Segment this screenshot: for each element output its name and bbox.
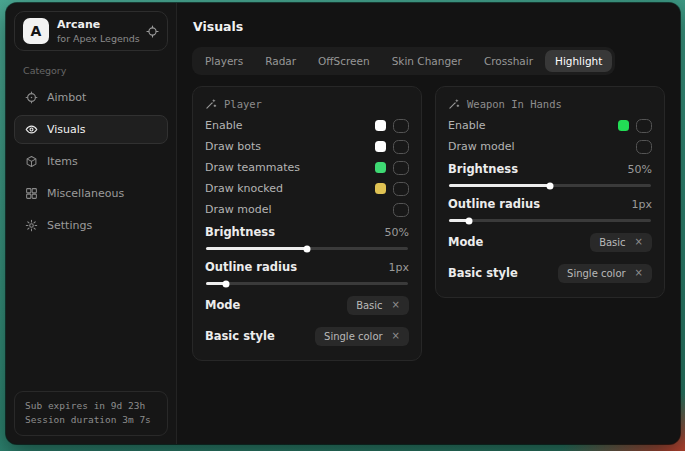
toggle-rows: Enable Draw model	[448, 115, 652, 157]
main-area: Visuals PlayersRadarOffScreenSkin Change…	[177, 3, 680, 444]
app-subtitle: for Apex Legends	[57, 33, 138, 44]
slider-track[interactable]	[449, 219, 651, 222]
color-swatch[interactable]	[375, 141, 386, 152]
toggle-rows: Enable Draw bots Draw teammates Draw kno…	[205, 115, 409, 220]
magic-wand-icon	[448, 98, 460, 110]
select-rows: Mode Basic × Basic style Single color ×	[205, 293, 409, 348]
toggle-label: Draw model	[205, 203, 271, 216]
app-logo: A	[23, 18, 49, 44]
gear-icon	[25, 219, 38, 232]
slider-group: Outline radius 1px	[448, 195, 652, 222]
toggle-row: Draw model	[205, 199, 409, 220]
sub-expiry-text: Sub expires in 9d 23h	[25, 399, 157, 414]
slider-value: 50%	[628, 163, 652, 176]
toggle-controls	[375, 161, 409, 175]
tab-skin-changer[interactable]: Skin Changer	[382, 50, 472, 72]
card-header: Weapon In Hands	[448, 98, 652, 110]
box-icon	[25, 155, 38, 168]
color-swatch[interactable]	[375, 120, 386, 131]
slider-label: Brightness	[205, 225, 275, 239]
sidebar-item-settings[interactable]: Settings	[14, 211, 168, 240]
checkbox[interactable]	[636, 119, 652, 133]
select-chip[interactable]: Single color ×	[315, 327, 409, 346]
slider-group: Outline radius 1px	[205, 258, 409, 285]
slider-group: Brightness 50%	[448, 160, 652, 187]
slider-track[interactable]	[206, 282, 408, 285]
toggle-row: Draw teammates	[205, 157, 409, 178]
brand-text: Arcane for Apex Legends	[57, 18, 138, 44]
toggle-controls	[375, 140, 409, 154]
chip-remove-icon[interactable]: ×	[392, 331, 400, 341]
slider-value: 1px	[389, 261, 410, 274]
crosshair-icon	[25, 91, 38, 104]
tab-players[interactable]: Players	[195, 50, 253, 72]
select-label: Mode	[205, 298, 240, 312]
subscription-info: Sub expires in 9d 23h Session duration 3…	[14, 391, 168, 436]
sidebar-item-label: Items	[47, 155, 78, 168]
sidebar-item-visuals[interactable]: Visuals	[14, 115, 168, 144]
tab-highlight[interactable]: Highlight	[545, 50, 612, 72]
tab-crosshair[interactable]: Crosshair	[474, 50, 543, 72]
slider-thumb[interactable]	[223, 280, 230, 287]
card-weapon-in-hands: Weapon In Hands Enable Draw model Bright…	[435, 86, 665, 298]
toggle-label: Draw knocked	[205, 182, 283, 195]
slider-thumb[interactable]	[466, 217, 473, 224]
slider-head: Outline radius 1px	[448, 195, 652, 213]
sidebar-item-aimbot[interactable]: Aimbot	[14, 83, 168, 112]
toggle-row: Draw knocked	[205, 178, 409, 199]
slider-head: Brightness 50%	[205, 223, 409, 241]
select-chip[interactable]: Single color ×	[558, 264, 652, 283]
slider-track[interactable]	[206, 247, 408, 250]
select-chip[interactable]: Basic ×	[347, 296, 409, 315]
toggle-row: Enable	[448, 115, 652, 136]
chip-value: Basic	[599, 237, 625, 248]
toggle-label: Draw bots	[205, 140, 261, 153]
toggle-label: Enable	[205, 119, 242, 132]
toggle-row: Draw model	[448, 136, 652, 157]
toggle-label: Draw model	[448, 140, 514, 153]
checkbox[interactable]	[393, 182, 409, 196]
tab-radar[interactable]: Radar	[255, 50, 306, 72]
slider-fill	[449, 184, 550, 187]
chip-remove-icon[interactable]: ×	[635, 268, 643, 278]
slider-value: 50%	[385, 226, 409, 239]
color-swatch[interactable]	[375, 162, 386, 173]
slider-label: Brightness	[448, 162, 518, 176]
select-rows: Mode Basic × Basic style Single color ×	[448, 230, 652, 285]
panels-container: Player Enable Draw bots Draw teammates D…	[192, 86, 665, 361]
magic-wand-icon	[205, 98, 217, 110]
select-label: Basic style	[448, 266, 518, 280]
checkbox[interactable]	[636, 140, 652, 154]
toggle-label: Enable	[448, 119, 485, 132]
chip-value: Basic	[356, 300, 382, 311]
app-name: Arcane	[57, 18, 138, 31]
slider-thumb[interactable]	[304, 245, 311, 252]
page-title: Visuals	[193, 19, 664, 34]
color-swatch[interactable]	[375, 183, 386, 194]
slider-track[interactable]	[449, 184, 651, 187]
checkbox[interactable]	[393, 119, 409, 133]
sidebar-item-items[interactable]: Items	[14, 147, 168, 176]
chip-remove-icon[interactable]: ×	[392, 300, 400, 310]
desktop-background: A Arcane for Apex Legends Category Aimbo…	[0, 0, 685, 451]
slider-rows: Brightness 50% Outline radius 1px	[205, 223, 409, 285]
brand-card: A Arcane for Apex Legends	[14, 11, 168, 51]
slider-rows: Brightness 50% Outline radius 1px	[448, 160, 652, 222]
color-swatch[interactable]	[618, 120, 629, 131]
sidebar-item-label: Aimbot	[47, 91, 86, 104]
session-duration-text: Session duration 3m 7s	[25, 413, 157, 428]
slider-thumb[interactable]	[547, 182, 554, 189]
checkbox[interactable]	[393, 161, 409, 175]
slider-head: Outline radius 1px	[205, 258, 409, 276]
tab-offscreen[interactable]: OffScreen	[308, 50, 380, 72]
checkbox[interactable]	[393, 140, 409, 154]
chip-remove-icon[interactable]: ×	[635, 237, 643, 247]
category-label: Category	[23, 65, 159, 76]
select-row: Basic style Single color ×	[448, 261, 652, 285]
sidebar-item-miscellaneous[interactable]: Miscellaneous	[14, 179, 168, 208]
sidebar-item-label: Settings	[47, 219, 92, 232]
toggle-controls	[375, 182, 409, 196]
scope-icon[interactable]	[146, 25, 159, 38]
select-chip[interactable]: Basic ×	[590, 233, 652, 252]
checkbox[interactable]	[393, 203, 409, 217]
